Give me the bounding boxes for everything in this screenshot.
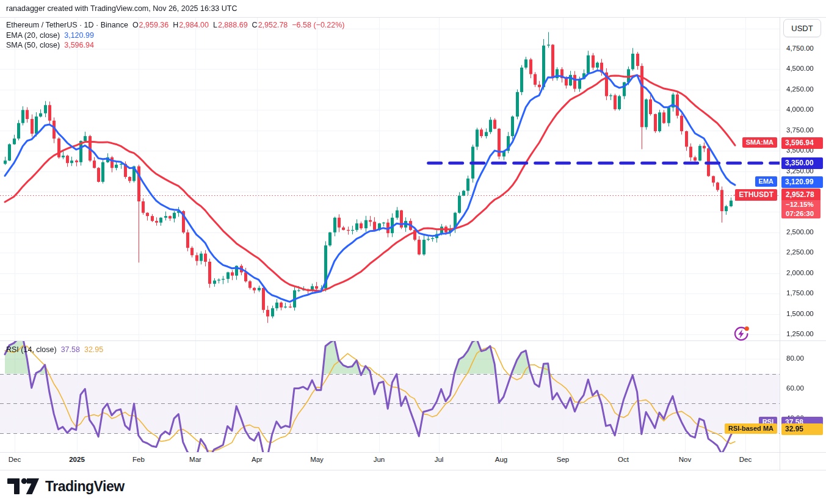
price-axis-tick: 2,000.00 [786,269,814,276]
ohlc-high-letter: H [173,21,178,29]
symbol-title[interactable]: Ethereum / TetherUS · 1D · Binance [6,21,128,29]
axis-value-badge: 3,350.00 [781,157,823,169]
indicator-label-badge: EMA [755,176,777,187]
time-axis-tick: 2025 [63,456,90,463]
tradingview-logo-text: TradingView [45,478,125,495]
ohlc-close-value: 2,952.78 [258,21,288,29]
change-value: −6.58 (−0.22%) [292,21,344,29]
time-axis-tick: Sep [549,456,576,463]
ohlc-low-letter: L [213,21,217,29]
price-axis-tick: 1,250.00 [786,330,814,337]
ema-legend[interactable]: EMA (20, close) 3,120.99 [6,31,94,40]
axis-value-badge: 3,120.99 [781,176,823,188]
symbol-legend[interactable]: Ethereum / TetherUS · 1D · Binance O2,95… [6,21,344,29]
time-axis-tick: Dec [1,456,28,463]
time-axis-tick: Jul [426,456,452,463]
time-axis-tick: Nov [672,456,698,463]
currency-button[interactable]: USDT [783,19,821,37]
ohlc-open-value: 2,959.36 [139,21,169,29]
price-axis-tick: 4,000.00 [786,106,814,113]
tradingview-logo-icon [7,477,39,496]
time-axis-tick: Oct [610,456,637,463]
last-price-badge: 2,952.78−12.15%07:26:30 [781,189,821,218]
pane-separator[interactable] [0,340,826,341]
axis-value-badge: 32.95 [781,423,823,435]
ohlc-high-value: 2,984.00 [179,21,209,29]
price-axis-tick: 3,750.00 [786,126,814,134]
price-axis-tick: 4,250.00 [786,85,814,93]
rsi-legend-value: 37.58 [61,345,80,354]
price-axis-tick: 1,750.00 [786,289,814,297]
attribution-text: ranadagger created with TradingView.com,… [6,4,237,13]
symbol-price-label-badge: ETHUSDT [735,189,777,201]
time-axis-tick: Aug [488,456,515,463]
rsi-axis-tick: 60.00 [786,384,804,392]
time-axis-tick: Apr [244,456,270,463]
price-axis-tick: 1,500.00 [786,310,814,317]
chart-border-bottom [0,470,826,470]
indicator-label-badge: RSI-based MA [725,423,777,434]
rsi-ma-legend-value: 32.95 [84,345,103,354]
time-axis-tick: Feb [125,456,152,463]
ohlc-open-letter: O [132,21,139,29]
price-axis-tick: 4,500.00 [786,65,814,72]
rsi-axis-tick: 80.00 [786,355,804,362]
ema-legend-label[interactable]: EMA (20, close) [6,31,60,40]
indicator-label-badge: SMA:MA [742,137,777,148]
axis-value-badge: 3,596.94 [781,137,823,149]
ohlc-low-value: 2,888.69 [218,21,248,29]
sma-legend-label[interactable]: SMA (50, close) [6,41,60,49]
price-axis-tick: 2,500.00 [786,228,814,236]
time-axis-tick: May [303,456,330,463]
rsi-legend-label[interactable]: RSI (14, close) [6,345,57,354]
time-axis-tick: Dec [732,456,759,463]
time-axis-separator [0,452,826,453]
rsi-pane-canvas[interactable] [0,340,780,452]
time-axis-tick: Mar [182,456,209,463]
ema-legend-value: 3,120.99 [64,31,94,40]
sma-legend-value: 3,596.94 [64,41,94,49]
rsi-legend[interactable]: RSI (14, close) 37.58 32.95 [6,345,103,354]
bar-countdown: 07:26:30 [781,209,821,218]
tradingview-chart-window: ranadagger created with TradingView.com,… [0,0,826,504]
time-axis-tick: Jun [366,456,393,463]
price-pane-canvas[interactable] [0,17,780,340]
price-change-percent: −12.15% [781,200,821,209]
ohlc-close-letter: C [252,21,258,29]
price-axis-tick: 2,250.00 [786,248,814,256]
last-price-value: 2,952.78 [781,189,821,200]
tradingview-logo[interactable]: TradingView [7,477,125,496]
flash-icon[interactable] [732,325,750,345]
price-axis-tick: 4,750.00 [786,45,814,52]
price-axis-border[interactable] [780,17,780,470]
pane-border-top [0,17,826,18]
sma-legend[interactable]: SMA (50, close) 3,596.94 [6,41,94,49]
